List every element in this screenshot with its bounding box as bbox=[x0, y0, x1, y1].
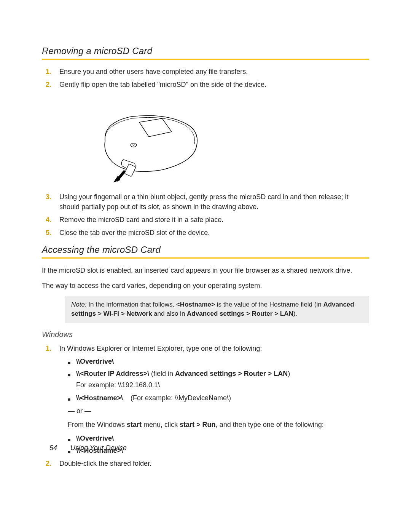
section-2-rule bbox=[42, 257, 369, 259]
run-pre: From the Windows bbox=[68, 421, 127, 428]
note-text-2: is the value of the Hostname field (in bbox=[215, 301, 323, 308]
step-2: Gently flip open the tab labelled "micro… bbox=[59, 80, 369, 186]
bullet-overdrive-2-text: \\Overdrive\ bbox=[76, 435, 114, 442]
step-5: Close the tab over the microSD slot of t… bbox=[59, 228, 369, 238]
section-1-steps: Ensure you and other users have complete… bbox=[42, 67, 369, 238]
note-text-1: In the information that follows, bbox=[87, 301, 176, 308]
run-start: start bbox=[127, 421, 142, 428]
note-path-2: Advanced settings > Router > LAN bbox=[187, 310, 293, 317]
bullet-overdrive-1-text: \\Overdrive\ bbox=[76, 358, 114, 365]
bullet-router: \\<Router IP Address>\ (field in Advance… bbox=[68, 369, 369, 390]
section-2-intro-2: The way to access the card varies, depen… bbox=[42, 281, 369, 291]
section-2-intro-1: If the microSD slot is enabled, an inser… bbox=[42, 265, 369, 275]
section-1-title: Removing a microSD Card bbox=[42, 46, 369, 56]
run-rest: , and then type one of the following: bbox=[216, 421, 324, 428]
bullet-router-path: Advanced settings > Router > LAN bbox=[175, 370, 288, 377]
step-2-text: Gently flip open the tab labelled "micro… bbox=[59, 81, 266, 88]
windows-step-2: Double-click the shared folder. bbox=[59, 459, 369, 468]
windows-bullets-1: \\Overdrive\ \\<Router IP Address>\ (fie… bbox=[68, 356, 369, 403]
chapter-name: Using Your Device bbox=[70, 444, 127, 452]
windows-step-1: In Windows Explorer or Internet Explorer… bbox=[59, 343, 369, 455]
step-4: Remove the microSD card and store it in … bbox=[59, 215, 369, 225]
bullet-router-mid: (field in bbox=[149, 370, 175, 377]
note-text-4: ). bbox=[293, 310, 297, 317]
svg-point-1 bbox=[133, 144, 134, 145]
note-label: Note: bbox=[71, 301, 87, 308]
run-mid: menu, click bbox=[142, 421, 180, 428]
section-1-rule bbox=[42, 59, 369, 60]
bullet-overdrive-1: \\Overdrive\ bbox=[68, 356, 369, 366]
device-diagram bbox=[82, 96, 369, 186]
bullet-router-end: ) bbox=[288, 370, 290, 377]
router-example: For example: \\192.168.0.1\ bbox=[76, 380, 369, 390]
step-3: Using your fingernail or a thin blunt ob… bbox=[59, 192, 369, 212]
windows-heading: Windows bbox=[42, 330, 369, 339]
bullet-hostname-pre: \\<Hostname>\ bbox=[76, 394, 123, 402]
run-line: From the Windows start menu, click start… bbox=[68, 420, 369, 430]
bullet-hostname-example: (For example: \\MyDeviceName\) bbox=[123, 394, 231, 402]
bullet-hostname-1: \\<Hostname>\ (For example: \\MyDeviceNa… bbox=[68, 393, 369, 403]
section-2-title: Accessing the microSD Card bbox=[42, 244, 369, 255]
page-footer: 54 Using Your Device bbox=[49, 444, 127, 452]
bullet-router-pre: \\<Router IP Address>\ bbox=[76, 370, 149, 377]
bullet-overdrive-2: \\Overdrive\ bbox=[68, 433, 369, 443]
page-number: 54 bbox=[49, 444, 68, 452]
step-1: Ensure you and other users have complete… bbox=[59, 67, 369, 77]
or-line: — or — bbox=[68, 406, 369, 416]
run-click: start > Run bbox=[180, 421, 216, 428]
windows-step-1-text: In Windows Explorer or Internet Explorer… bbox=[59, 345, 262, 352]
note-hostname: <Hostname> bbox=[176, 301, 215, 308]
note-box: Note: In the information that follows, <… bbox=[65, 296, 369, 323]
note-text-3: and also in bbox=[152, 310, 187, 317]
